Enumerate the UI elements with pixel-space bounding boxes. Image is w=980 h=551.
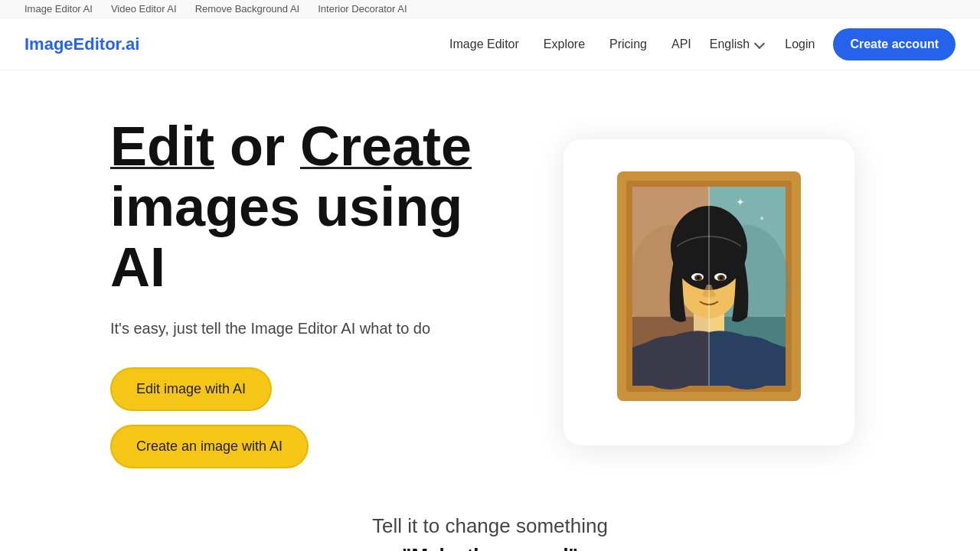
- svg-text:✦: ✦: [736, 196, 745, 208]
- nav-links: Image Editor Explore Pricing API: [440, 37, 701, 51]
- top-bar: Image Editor AI Video Editor AI Remove B…: [0, 0, 980, 18]
- api-nav[interactable]: API: [662, 31, 701, 57]
- mona-lisa-illustration: ✦ ✦: [609, 164, 808, 409]
- tell-text: Tell it to change something: [0, 514, 980, 538]
- svg-point-19: [697, 276, 700, 279]
- hero-buttons: Edit image with AI Create an image with …: [110, 367, 518, 468]
- image-editor-nav[interactable]: Image Editor: [440, 31, 528, 57]
- edit-image-button[interactable]: Edit image with AI: [110, 367, 272, 411]
- hero-title-create: Create: [300, 116, 472, 177]
- hero-title: Edit or Create images using AI: [110, 116, 518, 298]
- hero-left: Edit or Create images using AI It's easy…: [110, 116, 548, 468]
- quote-text: "Make the car red": [0, 544, 980, 551]
- hero-image-card: ✦ ✦: [564, 139, 854, 445]
- main-nav: ImageEditor.ai Image Editor Explore Pric…: [0, 18, 980, 70]
- hero-subtitle: It's easy, just tell the Image Editor AI…: [110, 317, 518, 340]
- create-image-button[interactable]: Create an image with AI: [110, 425, 309, 468]
- hero-title-edit: Edit: [110, 116, 214, 177]
- language-selector[interactable]: English: [701, 31, 773, 57]
- remove-background-ai-link[interactable]: Remove Background AI: [195, 3, 300, 15]
- login-button[interactable]: Login: [773, 31, 827, 57]
- interior-decorator-ai-link[interactable]: Interior Decorator AI: [318, 3, 407, 15]
- explore-nav[interactable]: Explore: [534, 31, 594, 57]
- svg-text:✦: ✦: [759, 214, 765, 223]
- language-label: English: [710, 37, 750, 51]
- video-editor-ai-link[interactable]: Video Editor AI: [111, 3, 177, 15]
- create-account-button[interactable]: Create account: [833, 28, 956, 60]
- bottom-section: Tell it to change something "Make the ca…: [0, 499, 980, 551]
- image-editor-ai-link[interactable]: Image Editor AI: [24, 3, 93, 15]
- hero-section: Edit or Create images using AI It's easy…: [0, 70, 980, 499]
- svg-point-20: [720, 276, 723, 279]
- logo[interactable]: ImageEditor.ai: [24, 34, 139, 54]
- chevron-down-icon: [754, 37, 765, 48]
- pricing-nav[interactable]: Pricing: [600, 31, 656, 57]
- hero-title-line2: images using AI: [110, 176, 462, 298]
- hero-right: ✦ ✦: [548, 139, 870, 445]
